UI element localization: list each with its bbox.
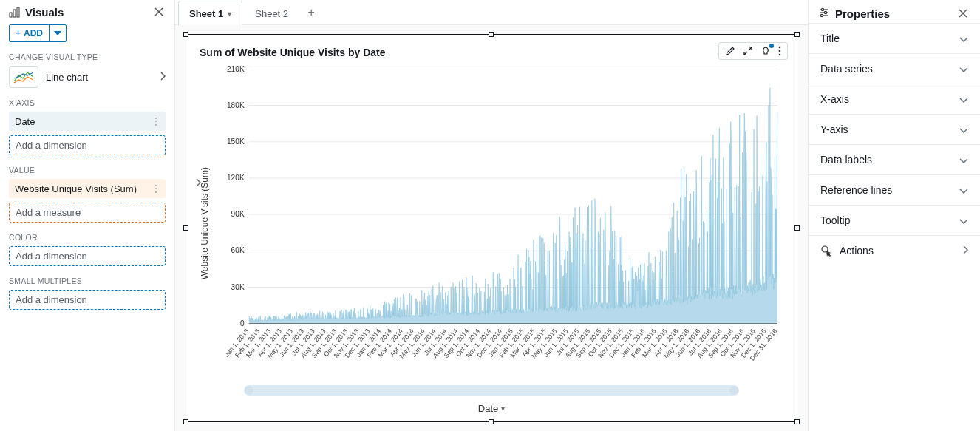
value-section-label: VALUE (9, 166, 166, 174)
properties-item-data-series[interactable]: Data series (809, 53, 980, 84)
small-multiples-section-label: SMALL MULTIPLES (9, 276, 166, 285)
properties-title-text: Properties (835, 7, 890, 20)
chevron-down-icon[interactable]: ▾ (228, 10, 231, 18)
svg-text:60K: 60K (231, 246, 245, 254)
close-properties-panel-button[interactable] (958, 8, 970, 20)
canvas-area: Sheet 1 ▾ Sheet 2 + Sum of Website Uniqu… (175, 0, 809, 431)
tab-label: Sheet 1 (189, 8, 223, 19)
kebab-menu-icon[interactable] (778, 46, 781, 56)
svg-text:120K: 120K (227, 174, 245, 182)
maximize-icon[interactable] (743, 46, 753, 56)
visual-type-selector[interactable]: Line chart (9, 66, 166, 88)
svg-rect-0 (10, 13, 12, 17)
visuals-title-text: Visuals (25, 6, 64, 18)
properties-panel-title: Properties (819, 7, 890, 20)
xaxis-field-pill[interactable]: Date ⋮ (9, 112, 166, 131)
chart-title[interactable]: Sum of Website Unique Visits by Date (200, 47, 783, 58)
svg-text:90K: 90K (231, 210, 245, 218)
chevron-down-icon (959, 123, 968, 135)
value-field-pill[interactable]: Website Unique Visits (Sum) ⋮ (9, 179, 166, 198)
svg-point-81 (820, 14, 823, 16)
properties-actions[interactable]: Actions (809, 235, 980, 265)
close-visuals-panel-button[interactable] (154, 7, 166, 18)
field-menu-icon[interactable]: ⋮ (151, 183, 160, 194)
svg-text:0: 0 (240, 319, 245, 328)
actions-label: Actions (840, 245, 874, 257)
properties-item-data-labels[interactable]: Data labels (809, 144, 980, 174)
svg-marker-5 (54, 31, 61, 35)
properties-item-tooltip[interactable]: Tooltip (809, 205, 980, 235)
properties-item-x-axis[interactable]: X-axis (809, 84, 980, 114)
chevron-down-icon (959, 184, 968, 196)
svg-point-8 (779, 47, 781, 49)
xaxis-section-label: X AXIS (9, 98, 166, 107)
svg-text:210K: 210K (227, 64, 245, 72)
cursor-click-icon (820, 245, 832, 257)
color-add-dimension[interactable]: Add a dimension (9, 246, 166, 266)
chevron-right-icon (962, 245, 968, 257)
field-menu-icon[interactable]: ⋮ (151, 115, 160, 127)
properties-item-y-axis[interactable]: Y-axis (809, 114, 980, 144)
visuals-panel-title: Visuals (9, 6, 64, 18)
tab-label: Sheet 2 (255, 8, 288, 19)
value-field-name: Website Unique Visits (Sum) (15, 183, 137, 194)
svg-text:30K: 30K (231, 282, 245, 291)
xaxis-add-dimension[interactable]: Add a dimension (9, 135, 166, 155)
time-scrubber[interactable] (244, 385, 739, 396)
chevron-down-icon (959, 63, 968, 75)
properties-icon (819, 7, 829, 20)
visual-line-chart[interactable]: Sum of Website Unique Visits by Date Web… (186, 34, 797, 422)
add-visual-split-button: + ADD (9, 24, 67, 42)
y-axis-label: Website Unique Visits (Sum) (200, 167, 210, 279)
chevron-down-icon (959, 93, 968, 105)
properties-item-reference-lines[interactable]: Reference lines (809, 174, 980, 205)
properties-item-label: Data labels (820, 154, 872, 166)
x-axis-label[interactable]: Date ▾ (200, 398, 783, 415)
color-section-label: COLOR (9, 233, 166, 242)
properties-item-label: X-axis (820, 93, 849, 105)
add-measure-label: Add a measure (16, 207, 81, 218)
svg-rect-2 (17, 7, 19, 17)
x-axis-label-text: Date (478, 403, 498, 414)
svg-point-77 (821, 8, 823, 10)
insights-lightbulb-icon[interactable] (760, 46, 771, 56)
chevron-down-icon (959, 154, 968, 166)
chevron-down-icon (959, 214, 968, 226)
properties-item-label: Reference lines (820, 184, 892, 196)
svg-point-79 (824, 11, 826, 13)
svg-text:180K: 180K (227, 101, 245, 109)
add-sheet-button[interactable]: + (301, 6, 321, 19)
visual-type-name: Line chart (46, 72, 88, 83)
xaxis-field-name: Date (15, 116, 35, 127)
tab-sheet-1[interactable]: Sheet 1 ▾ (178, 1, 242, 25)
properties-item-label: Data series (820, 63, 873, 75)
line-chart-icon (9, 66, 38, 88)
visuals-panel: Visuals + ADD CHANGE VISUAL TYPE Line ch… (0, 0, 175, 431)
add-dimension-label: Add a dimension (16, 294, 87, 305)
add-dimension-label: Add a dimension (16, 251, 87, 262)
chevron-right-icon (160, 72, 166, 83)
sm-add-dimension[interactable]: Add a dimension (9, 290, 166, 310)
properties-item-title[interactable]: Title (809, 23, 980, 53)
properties-item-label: Title (820, 33, 840, 44)
properties-panel: Properties TitleData seriesX-axisY-axisD… (809, 0, 980, 431)
chevron-down-icon: ▾ (501, 404, 505, 413)
change-visual-type-label: CHANGE VISUAL TYPE (9, 52, 166, 61)
properties-item-label: Tooltip (820, 214, 850, 226)
add-visual-dropdown[interactable] (50, 25, 66, 41)
bars-icon (9, 7, 21, 18)
svg-text:150K: 150K (227, 138, 245, 146)
chevron-down-icon (959, 33, 968, 44)
sheet-tabs: Sheet 1 ▾ Sheet 2 + (175, 0, 808, 25)
value-add-measure[interactable]: Add a measure (9, 203, 166, 223)
add-label: ADD (24, 28, 43, 38)
chart-plot-area[interactable]: 030K60K90K120K150K180K210KJan 1, 2013Feb… (213, 61, 783, 385)
visual-toolbar (718, 42, 788, 60)
tab-sheet-2[interactable]: Sheet 2 (244, 1, 299, 25)
svg-rect-1 (13, 10, 16, 17)
add-dimension-label: Add a dimension (16, 140, 87, 151)
svg-point-9 (779, 50, 781, 52)
edit-pencil-icon[interactable] (725, 46, 735, 56)
svg-point-10 (779, 54, 781, 56)
add-visual-button[interactable]: + ADD (10, 25, 50, 41)
